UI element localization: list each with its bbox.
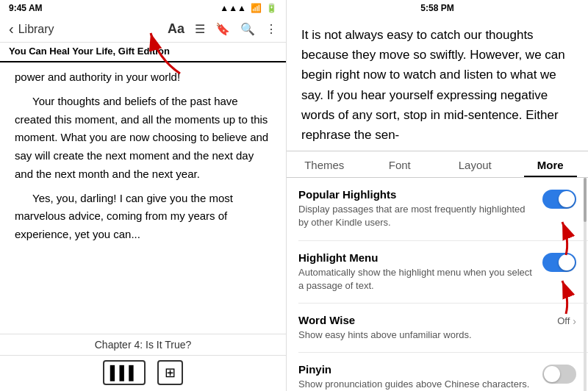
font-button[interactable]: Aa	[168, 21, 184, 37]
highlight-menu-toggle[interactable]	[542, 253, 576, 272]
tab-bar: Themes Font Layout More	[287, 151, 588, 178]
back-icon[interactable]: ‹	[9, 21, 14, 37]
highlight-menu-title: Highlight Menu	[298, 251, 535, 264]
nav-bar-left: ‹ Library	[9, 21, 162, 37]
nav-bar: ‹ Library Aa ☰ 🔖 🔍 ⋮	[0, 16, 286, 43]
word-wise-desc: Show easy hints above unfamiliar words.	[298, 329, 550, 342]
time-left: 9:45 AM	[9, 3, 43, 13]
setting-pinyin: Pinyin Show pronunciation guides above C…	[298, 353, 588, 391]
scrollbar-track	[584, 178, 587, 391]
pinyin-desc: Show pronunciation guides above Chinese …	[298, 378, 535, 391]
book-title: You Can Heal Your Life, Gift Edition	[9, 46, 170, 57]
setting-word-wise-text: Word Wise Show easy hints above unfamili…	[298, 314, 550, 342]
pinyin-toggle[interactable]	[542, 365, 576, 384]
tab-layout[interactable]: Layout	[437, 151, 513, 177]
status-bar-left: 9:45 AM ▲▲▲ 📶 🔋	[0, 0, 286, 16]
status-bar-right: 5:58 PM	[287, 0, 588, 16]
tab-more[interactable]: More	[513, 151, 589, 177]
popular-highlights-toggle[interactable]	[542, 190, 576, 209]
popular-highlights-title: Popular Highlights	[298, 188, 535, 201]
setting-popular-highlights-text: Popular Highlights Display passages that…	[298, 188, 535, 229]
columns-icon: ▌▌▌	[110, 365, 138, 381]
nav-icons: Aa ☰ 🔖 🔍 ⋮	[168, 21, 277, 37]
settings-wrapper: Popular Highlights Display passages that…	[287, 178, 588, 391]
setting-highlight-menu-text: Highlight Menu Automatically show the hi…	[298, 251, 535, 293]
search-icon[interactable]: 🔍	[240, 22, 255, 36]
signal-icon: ▲▲▲	[220, 3, 246, 13]
book-title-bar: You Can Heal Your Life, Gift Edition	[0, 43, 286, 62]
library-link[interactable]: Library	[18, 23, 54, 36]
book-content: power and authority in your world! Your …	[0, 62, 286, 334]
menu-icon[interactable]: ☰	[195, 22, 205, 36]
more-icon[interactable]: ⋮	[265, 22, 277, 36]
bookmark-icon[interactable]: 🔖	[215, 22, 230, 36]
view-mode-2[interactable]: ⊞	[157, 360, 183, 385]
grid-icon: ⊞	[165, 365, 176, 381]
setting-popular-highlights: Popular Highlights Display passages that…	[298, 178, 588, 240]
content-para2: Your thoughts and beliefs of the past ha…	[15, 93, 271, 184]
highlight-menu-desc: Automatically show the highlight menu wh…	[298, 266, 535, 293]
popular-highlights-desc: Display passages that are most frequentl…	[298, 203, 535, 229]
book-excerpt: It is not always easy to catch our thoug…	[301, 25, 573, 145]
scrollbar-thumb[interactable]	[584, 178, 587, 222]
tab-font[interactable]: Font	[362, 151, 438, 177]
right-panel: 5:58 PM It is not always easy to catch o…	[287, 0, 588, 391]
bottom-icons: ▌▌▌ ⊞	[0, 355, 286, 391]
setting-pinyin-text: Pinyin Show pronunciation guides above C…	[298, 363, 535, 391]
chapter-label: Chapter 4: Is It True?	[0, 334, 286, 355]
tab-themes[interactable]: Themes	[287, 151, 362, 177]
battery-icon: 🔋	[266, 3, 277, 13]
content-para1: power and authority in your world!	[15, 68, 271, 87]
red-arrow-toggle2	[507, 273, 581, 318]
left-panel: 9:45 AM ▲▲▲ 📶 🔋 ‹ Library Aa ☰ 🔖 🔍 ⋮ You…	[0, 0, 287, 391]
pinyin-title: Pinyin	[298, 363, 535, 376]
content-para3: Yes, you, darling! I can give you the mo…	[15, 190, 271, 244]
book-text-area: It is not always easy to catch our thoug…	[287, 16, 588, 151]
wifi-icon: 📶	[251, 3, 262, 13]
time-right: 5:58 PM	[420, 3, 453, 13]
view-mode-1[interactable]: ▌▌▌	[103, 360, 146, 385]
